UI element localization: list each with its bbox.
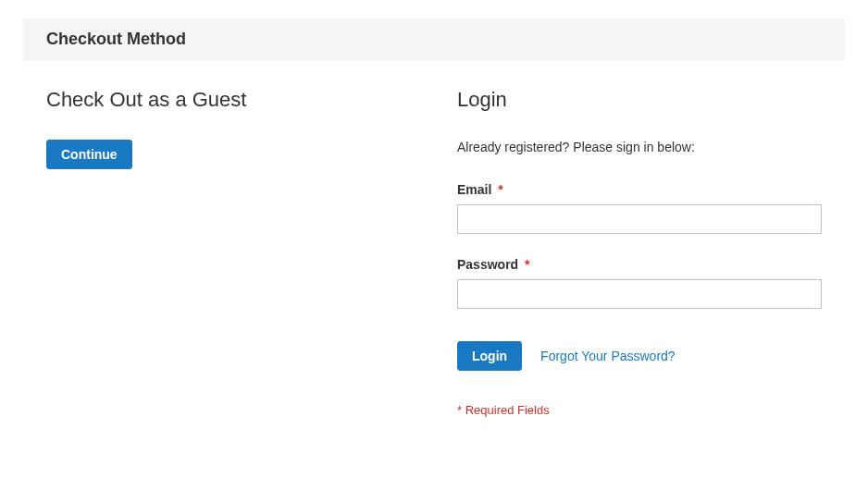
guest-checkout-block: Check Out as a Guest Continue xyxy=(23,88,434,417)
password-label: Password * xyxy=(457,257,822,272)
password-label-text: Password xyxy=(457,257,518,272)
continue-button[interactable]: Continue xyxy=(46,140,132,169)
login-note: Already registered? Please sign in below… xyxy=(457,140,822,154)
required-asterisk: * xyxy=(525,257,529,272)
email-field-wrapper: Email * xyxy=(457,182,822,234)
email-label-text: Email xyxy=(457,182,491,197)
login-button[interactable]: Login xyxy=(457,341,522,371)
password-input[interactable] xyxy=(457,279,822,309)
email-label: Email * xyxy=(457,182,822,197)
login-title: Login xyxy=(457,88,822,112)
required-fields-note: * Required Fields xyxy=(457,403,822,417)
guest-title: Check Out as a Guest xyxy=(46,88,411,112)
checkout-method-content: Check Out as a Guest Continue Login Alre… xyxy=(0,60,868,454)
email-input[interactable] xyxy=(457,204,822,234)
section-title: Checkout Method xyxy=(46,30,822,49)
login-actions: Login Forgot Your Password? xyxy=(457,341,822,371)
section-header: Checkout Method xyxy=(23,18,845,60)
password-field-wrapper: Password * xyxy=(457,257,822,309)
required-asterisk: * xyxy=(498,182,502,197)
forgot-password-link[interactable]: Forgot Your Password? xyxy=(540,349,676,363)
login-block: Login Already registered? Please sign in… xyxy=(434,88,845,417)
